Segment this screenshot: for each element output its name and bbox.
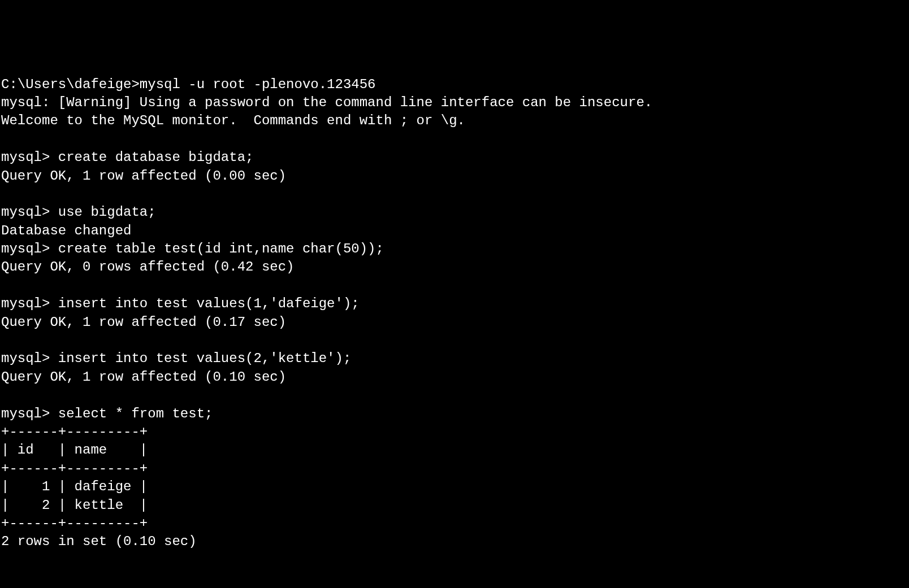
terminal-line: C:\Users\dafeige>mysql -u root -plenovo.…: [1, 76, 908, 94]
terminal-line: mysql> create table test(id int,name cha…: [1, 240, 908, 258]
terminal-line: Database changed: [1, 222, 908, 240]
terminal-line: mysql: [Warning] Using a password on the…: [1, 94, 908, 112]
terminal-line: [1, 386, 908, 404]
terminal-line: mysql> insert into test values(2,'kettle…: [1, 350, 908, 368]
terminal-line: Query OK, 1 row affected (0.17 sec): [1, 313, 908, 332]
terminal-line: [1, 332, 908, 350]
terminal-line: +------+---------+: [1, 460, 908, 478]
terminal-line: | 2 | kettle |: [1, 496, 908, 515]
terminal-line: | id | name |: [1, 441, 908, 459]
terminal-line: Query OK, 1 row affected (0.10 sec): [1, 368, 908, 386]
terminal-line: mysql> select * from test;: [1, 405, 908, 423]
terminal-line: [1, 130, 908, 149]
terminal-line: mysql> use bigdata;: [1, 203, 908, 221]
terminal-line: Welcome to the MySQL monitor. Commands e…: [1, 112, 908, 130]
terminal-line: Query OK, 0 rows affected (0.42 sec): [1, 258, 908, 276]
terminal-line: Query OK, 1 row affected (0.00 sec): [1, 167, 908, 185]
terminal-line: | 1 | dafeige |: [1, 478, 908, 496]
terminal-line: mysql> insert into test values(1,'dafeig…: [1, 295, 908, 313]
terminal-line: +------+---------+: [1, 515, 908, 533]
terminal-line: [1, 185, 908, 203]
terminal-line: mysql> create database bigdata;: [1, 149, 908, 167]
terminal-line: +------+---------+: [1, 423, 908, 441]
terminal-output[interactable]: C:\Users\dafeige>mysql -u root -plenovo.…: [1, 76, 908, 551]
terminal-line: [1, 277, 908, 295]
terminal-line: 2 rows in set (0.10 sec): [1, 533, 908, 551]
